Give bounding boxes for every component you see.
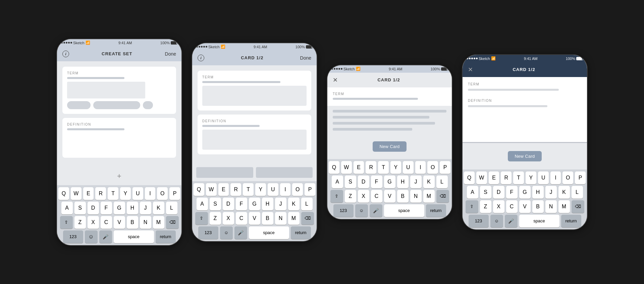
key-v-2[interactable]: V bbox=[249, 212, 260, 225]
key-q-3[interactable]: Q bbox=[329, 161, 339, 174]
key-f-3[interactable]: F bbox=[371, 175, 382, 188]
key-s-4[interactable]: S bbox=[480, 186, 491, 199]
key-r-4[interactable]: R bbox=[501, 171, 512, 184]
key-n-4[interactable]: N bbox=[545, 200, 557, 213]
key-u-1[interactable]: U bbox=[132, 187, 143, 200]
key-a-2[interactable]: A bbox=[197, 198, 208, 210]
key-x-1[interactable]: X bbox=[88, 216, 99, 229]
key-x-3[interactable]: X bbox=[358, 190, 369, 203]
close-button-4[interactable]: ✕ bbox=[468, 66, 473, 73]
return-key-1[interactable]: return bbox=[156, 230, 176, 243]
done-button-2[interactable]: Done bbox=[300, 55, 311, 61]
key-m-3[interactable]: M bbox=[423, 190, 435, 203]
key-v-4[interactable]: V bbox=[519, 200, 531, 213]
key-t-4[interactable]: T bbox=[513, 171, 524, 184]
key-n-2[interactable]: N bbox=[275, 212, 286, 225]
key-z-3[interactable]: Z bbox=[345, 190, 356, 203]
key-t-1[interactable]: T bbox=[108, 187, 118, 200]
return-key-4[interactable]: return bbox=[561, 215, 581, 227]
key-x-2[interactable]: X bbox=[223, 212, 234, 225]
key-n-1[interactable]: N bbox=[140, 216, 151, 229]
key-s-1[interactable]: S bbox=[74, 202, 86, 214]
key-x-4[interactable]: X bbox=[493, 200, 504, 213]
key-f-2[interactable]: F bbox=[236, 198, 247, 210]
nums-key-1[interactable]: 123 bbox=[63, 230, 83, 243]
key-a-1[interactable]: A bbox=[61, 202, 73, 214]
key-c-1[interactable]: C bbox=[101, 216, 112, 229]
key-m-1[interactable]: M bbox=[153, 216, 164, 229]
space-key-2[interactable]: space bbox=[249, 226, 289, 239]
key-s-3[interactable]: S bbox=[345, 175, 356, 188]
key-h-1[interactable]: H bbox=[127, 202, 138, 214]
space-key-3[interactable]: space bbox=[384, 204, 424, 217]
key-d-4[interactable]: D bbox=[493, 186, 504, 199]
key-u-2[interactable]: U bbox=[268, 183, 278, 196]
key-t-3[interactable]: T bbox=[378, 161, 389, 174]
shift-key-3[interactable]: ⇧ bbox=[330, 190, 343, 203]
key-q-4[interactable]: Q bbox=[464, 171, 475, 184]
new-card-button-3[interactable]: New Card bbox=[373, 141, 406, 152]
key-d-3[interactable]: D bbox=[358, 175, 369, 188]
key-c-3[interactable]: C bbox=[371, 190, 382, 203]
key-r-3[interactable]: R bbox=[366, 161, 376, 174]
key-l-2[interactable]: L bbox=[301, 198, 313, 210]
key-t-2[interactable]: T bbox=[243, 183, 254, 196]
key-i-4[interactable]: I bbox=[550, 171, 561, 184]
key-e-1[interactable]: E bbox=[83, 187, 94, 200]
key-p-4[interactable]: P bbox=[575, 171, 586, 184]
nums-key-4[interactable]: 123 bbox=[469, 215, 489, 227]
delete-key-3[interactable]: ⌫ bbox=[436, 190, 449, 203]
key-a-4[interactable]: A bbox=[467, 186, 478, 199]
key-g-2[interactable]: G bbox=[249, 198, 260, 210]
key-b-3[interactable]: B bbox=[397, 190, 409, 203]
key-b-1[interactable]: B bbox=[127, 216, 138, 229]
shift-key-4[interactable]: ⇧ bbox=[466, 200, 478, 213]
key-r-1[interactable]: R bbox=[95, 187, 106, 200]
key-q-1[interactable]: Q bbox=[58, 187, 69, 200]
emoji-key-1[interactable]: ☺ bbox=[85, 230, 98, 243]
space-key-1[interactable]: space bbox=[114, 230, 154, 243]
key-d-2[interactable]: D bbox=[223, 198, 234, 210]
add-button-1[interactable]: + bbox=[117, 172, 121, 181]
mic-key-3[interactable]: 🎤 bbox=[370, 204, 382, 217]
key-o-3[interactable]: O bbox=[427, 161, 438, 174]
shift-key-1[interactable]: ⇧ bbox=[60, 216, 73, 229]
key-d-1[interactable]: D bbox=[88, 202, 99, 214]
key-q-2[interactable]: Q bbox=[194, 183, 204, 196]
info-icon-2[interactable]: i bbox=[198, 55, 204, 61]
new-card-button-4[interactable]: New Card bbox=[508, 151, 541, 161]
key-g-3[interactable]: G bbox=[384, 175, 395, 188]
key-u-3[interactable]: U bbox=[403, 161, 414, 174]
key-m-2[interactable]: M bbox=[288, 212, 300, 225]
nums-key-3[interactable]: 123 bbox=[333, 204, 354, 217]
key-z-2[interactable]: Z bbox=[210, 212, 221, 225]
nums-key-2[interactable]: 123 bbox=[198, 226, 218, 239]
delete-key-4[interactable]: ⌫ bbox=[572, 200, 584, 213]
key-v-3[interactable]: V bbox=[384, 190, 395, 203]
key-h-2[interactable]: H bbox=[262, 198, 273, 210]
key-z-1[interactable]: Z bbox=[74, 216, 86, 229]
delete-key-2[interactable]: ⌫ bbox=[301, 212, 314, 225]
key-s-2[interactable]: S bbox=[210, 198, 221, 210]
key-y-1[interactable]: Y bbox=[120, 187, 131, 200]
key-o-2[interactable]: O bbox=[292, 183, 303, 196]
key-z-4[interactable]: Z bbox=[480, 200, 491, 213]
key-m-4[interactable]: M bbox=[558, 200, 570, 213]
key-f-1[interactable]: F bbox=[101, 202, 112, 214]
mic-key-2[interactable]: 🎤 bbox=[234, 226, 247, 239]
key-l-3[interactable]: L bbox=[436, 175, 448, 188]
key-p-1[interactable]: P bbox=[169, 187, 180, 200]
key-w-1[interactable]: W bbox=[71, 187, 82, 200]
info-icon-1[interactable]: i bbox=[62, 51, 69, 57]
key-l-1[interactable]: L bbox=[166, 202, 177, 214]
key-f-4[interactable]: F bbox=[506, 186, 518, 199]
key-j-4[interactable]: J bbox=[545, 186, 557, 199]
key-h-4[interactable]: H bbox=[532, 186, 544, 199]
key-w-3[interactable]: W bbox=[341, 161, 352, 174]
shift-key-2[interactable]: ⇧ bbox=[195, 212, 208, 225]
return-key-3[interactable]: return bbox=[426, 204, 446, 217]
key-i-3[interactable]: I bbox=[415, 161, 426, 174]
emoji-key-4[interactable]: ☺ bbox=[490, 215, 503, 227]
key-e-2[interactable]: E bbox=[218, 183, 229, 196]
key-k-1[interactable]: K bbox=[153, 202, 164, 214]
